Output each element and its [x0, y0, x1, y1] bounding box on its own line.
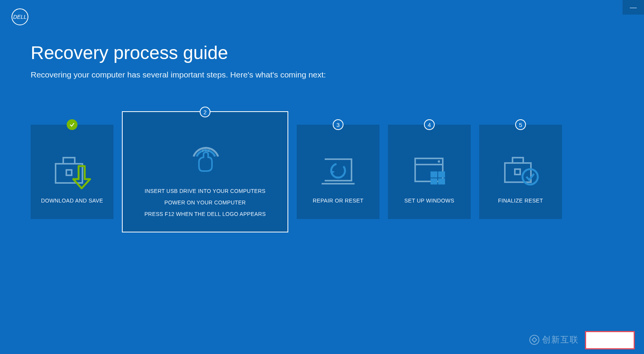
svg-rect-10 — [438, 171, 445, 178]
step-number-badge: 5 — [515, 119, 526, 130]
repair-reset-icon — [317, 148, 359, 194]
step-number-badge: 2 — [200, 107, 210, 117]
page-subtitle: Recovering your computer has several imp… — [31, 70, 326, 79]
page-header: Recovery process guide Recovering your c… — [31, 42, 326, 79]
setup-windows-icon — [408, 148, 450, 194]
press-f12-icon: F12 — [182, 135, 228, 177]
dell-logo-icon: DELL — [12, 8, 28, 25]
svg-point-8 — [438, 160, 440, 163]
step-instruction-line: POWER ON YOUR COMPUTER — [145, 199, 266, 206]
step-label: SET UP WINDOWS — [404, 198, 454, 204]
step-number-badge: 4 — [424, 119, 435, 130]
svg-rect-13 — [505, 163, 531, 182]
finalize-reset-icon — [499, 148, 542, 194]
step-card-setup-windows: 4 SET UP WINDOWS — [388, 125, 471, 219]
svg-point-17 — [530, 335, 539, 344]
minimize-button[interactable]: — — [623, 0, 644, 15]
next-button[interactable] — [585, 331, 635, 349]
step-label: FINALIZE RESET — [498, 198, 543, 204]
step-card-download: DOWNLOAD AND SAVE — [31, 125, 113, 219]
download-save-icon — [51, 148, 93, 194]
step-label: REPAIR OR RESET — [313, 198, 364, 204]
svg-rect-14 — [513, 158, 523, 163]
step-instruction-line: INSERT USB DRIVE INTO YOUR COMPUTERS — [145, 188, 266, 194]
step-card-boot-usb: 2 F12 INSERT USB DRIVE INTO YOUR COMPUTE… — [122, 111, 288, 232]
svg-rect-11 — [430, 178, 437, 184]
step-instructions: INSERT USB DRIVE INTO YOUR COMPUTERS POW… — [145, 188, 266, 222]
page-title: Recovery process guide — [31, 42, 326, 63]
svg-rect-9 — [430, 171, 437, 178]
svg-rect-1 — [63, 158, 75, 164]
recovery-steps: DOWNLOAD AND SAVE 2 F12 INSERT USB DRIVE… — [31, 111, 632, 232]
svg-rect-15 — [515, 169, 520, 175]
step-card-finalize-reset: 5 FINALIZE RESET — [479, 125, 562, 219]
step-card-repair-reset: 3 REPAIR OR RESET — [297, 125, 380, 219]
step-label: DOWNLOAD AND SAVE — [41, 198, 103, 204]
step-number-badge: 3 — [333, 119, 343, 130]
brand-text: DELL — [13, 14, 26, 20]
watermark-text: 创新互联 — [529, 334, 579, 346]
step-complete-icon — [67, 119, 77, 130]
svg-point-5 — [331, 164, 345, 178]
window-titlebar: — — [623, 0, 644, 15]
svg-rect-12 — [438, 178, 445, 184]
step-instruction-line: PRESS F12 WHEN THE DELL LOGO APPEARS — [145, 211, 266, 217]
svg-rect-2 — [66, 170, 72, 175]
